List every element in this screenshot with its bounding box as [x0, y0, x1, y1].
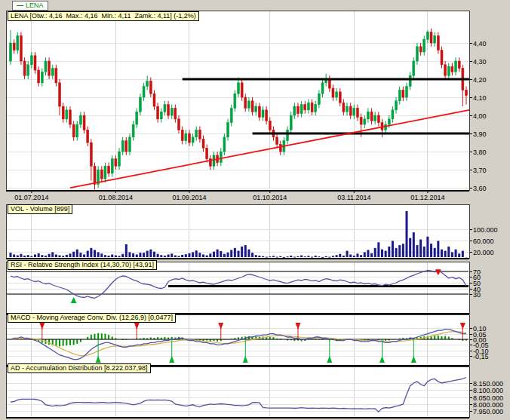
svg-text:03.11.2014: 03.11.2014	[337, 194, 370, 201]
svg-text:7.950.000: 7.950.000	[473, 408, 503, 415]
svg-text:4,10: 4,10	[473, 94, 487, 102]
svg-text:3,60: 3,60	[473, 185, 487, 192]
price-info-label: LENA [Otw.: 4,16 Max.: 4,16 Min.: 4,11 Z…	[8, 11, 199, 21]
svg-text:01.08.2014: 01.08.2014	[99, 194, 133, 201]
series-color-dash-icon: —	[17, 2, 23, 9]
volume-panel-label: VOL - Volume [899]	[8, 204, 72, 214]
svg-text:4,40: 4,40	[473, 40, 487, 48]
stock-chart-application: 4,404,304,204,104,003,903,803,703,60100.…	[0, 0, 510, 420]
svg-text:30: 30	[473, 291, 481, 299]
svg-text:4,20: 4,20	[473, 76, 487, 84]
date-axis: 01.07.201401.08.201401.09.201401.10.2014…	[14, 190, 444, 201]
svg-text:01.07.2014: 01.07.2014	[14, 194, 48, 201]
ad-panel-label: AD - Accumulation Distribution [8.222.03…	[8, 363, 151, 373]
svg-text:01.10.2014: 01.10.2014	[253, 194, 287, 201]
svg-text:01.09.2014: 01.09.2014	[172, 194, 206, 201]
svg-text:60.000: 60.000	[473, 238, 494, 245]
svg-text:100.000: 100.000	[473, 226, 498, 234]
svg-text:01.12.2014: 01.12.2014	[410, 194, 444, 201]
svg-text:20.000: 20.000	[473, 249, 494, 256]
svg-text:4,00: 4,00	[473, 112, 487, 120]
series-name: LENA	[26, 2, 44, 9]
svg-text:-0,15: -0,15	[473, 353, 489, 360]
svg-text:8.100.000: 8.100.000	[473, 387, 503, 394]
svg-text:3,70: 3,70	[473, 167, 487, 174]
macd-panel-label: MACD - Moving Average Conv. Div. (12,26,…	[8, 313, 176, 323]
chart-canvas[interactable]: 4,404,304,204,104,003,903,803,703,60100.…	[0, 0, 510, 420]
svg-text:3,90: 3,90	[473, 130, 487, 138]
svg-text:3,80: 3,80	[473, 149, 487, 156]
ad-panel: 8.150.0008.100.0008.050.0008.000.0007.95…	[6, 366, 503, 418]
rsi-panel-label: RSI - Relative Strength Index (14,30,70)…	[8, 260, 157, 270]
svg-text:4,30: 4,30	[473, 58, 487, 66]
series-legend[interactable]: —LENA	[12, 1, 48, 11]
